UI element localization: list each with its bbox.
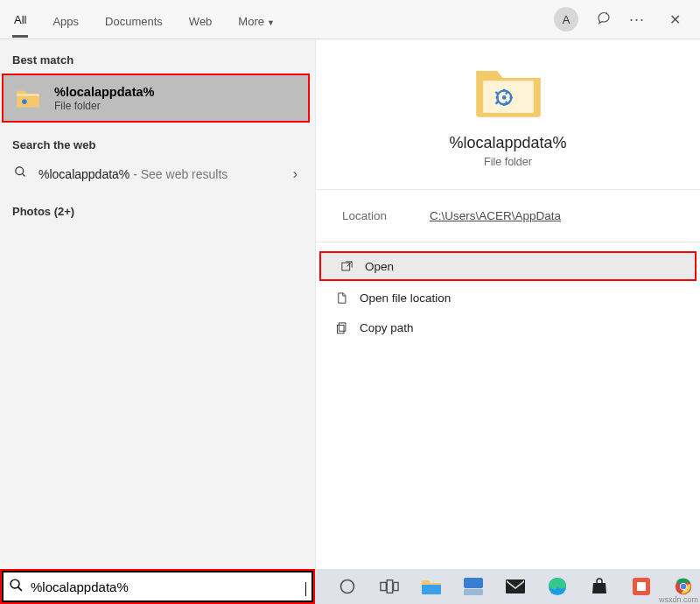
folder-large-icon: [473, 64, 543, 120]
best-match-item[interactable]: %localappdata% File folder: [2, 74, 310, 123]
action-open-file-location[interactable]: Open file location: [316, 283, 700, 313]
svg-point-22: [681, 584, 687, 590]
svg-point-0: [22, 99, 27, 104]
svg-point-4: [501, 95, 506, 100]
folder-icon: [16, 86, 40, 110]
svg-rect-15: [464, 589, 483, 595]
more-options-icon[interactable]: ···: [629, 11, 645, 29]
taskbar-area: [0, 569, 700, 604]
location-value[interactable]: C:\Users\ACER\AppData: [430, 209, 561, 222]
app-icon-2[interactable]: [630, 575, 653, 598]
svg-rect-13: [394, 582, 399, 590]
edge-icon[interactable]: [546, 575, 569, 598]
chevron-down-icon: ▼: [267, 18, 275, 27]
action-copy-path-label: Copy path: [360, 321, 414, 334]
best-match-subtitle: File folder: [54, 100, 154, 112]
svg-line-9: [18, 586, 22, 590]
best-match-title: %localappdata%: [54, 85, 154, 99]
copy-path-icon: [332, 321, 351, 334]
search-tabs-bar: All Apps Documents Web More▼ A ··· ✕: [0, 0, 700, 39]
tab-documents[interactable]: Documents: [103, 3, 164, 37]
tab-all[interactable]: All: [12, 1, 28, 38]
open-icon: [337, 260, 356, 273]
svg-rect-12: [387, 580, 392, 593]
photos-header: Photos (2+): [0, 191, 315, 223]
svg-point-1: [15, 167, 23, 175]
svg-rect-5: [341, 263, 349, 270]
svg-line-2: [22, 173, 24, 176]
svg-point-8: [10, 579, 19, 588]
store-icon[interactable]: [588, 575, 611, 598]
svg-rect-6: [339, 322, 346, 330]
tab-more[interactable]: More▼: [236, 3, 276, 37]
action-open[interactable]: Open: [319, 251, 696, 281]
svg-rect-14: [464, 578, 483, 588]
task-view-icon[interactable]: [378, 575, 401, 598]
watermark: wsxdn.com: [659, 595, 698, 604]
svg-rect-16: [506, 579, 525, 593]
svg-rect-7: [337, 325, 344, 333]
svg-point-10: [341, 580, 354, 593]
text-caret: [305, 582, 306, 596]
action-open-label: Open: [365, 260, 394, 273]
best-match-header: Best match: [0, 39, 315, 72]
location-label: Location: [342, 209, 430, 222]
web-result-query: %localappdata%: [38, 167, 130, 181]
search-icon: [9, 578, 24, 596]
file-explorer-icon[interactable]: [420, 575, 443, 598]
action-copy-path[interactable]: Copy path: [316, 313, 700, 342]
search-icon: [12, 165, 28, 182]
feedback-icon[interactable]: [596, 11, 612, 27]
detail-subtitle: File folder: [484, 156, 532, 168]
tab-apps[interactable]: Apps: [51, 3, 80, 37]
results-pane: Best match %localappdata% File folder Se…: [0, 39, 315, 569]
detail-title: %localappdata%: [449, 134, 566, 152]
search-box[interactable]: [0, 569, 315, 604]
action-open-location-label: Open file location: [360, 291, 451, 305]
search-web-header: Search the web: [0, 124, 315, 157]
cortana-icon[interactable]: [336, 575, 359, 598]
app-icon-1[interactable]: [462, 575, 485, 598]
location-row: Location C:\Users\ACER\AppData: [316, 190, 700, 242]
detail-pane: %localappdata% File folder Location C:\U…: [315, 39, 700, 569]
tab-more-label: More: [238, 15, 264, 28]
web-result-item[interactable]: %localappdata% - See web results ›: [0, 157, 315, 191]
svg-rect-19: [637, 582, 646, 591]
tab-web[interactable]: Web: [187, 3, 214, 37]
taskbar: [315, 569, 700, 604]
mail-icon[interactable]: [504, 575, 527, 598]
web-result-suffix: - See web results: [130, 167, 228, 181]
chevron-right-icon: ›: [293, 166, 298, 182]
close-button[interactable]: ✕: [662, 8, 688, 32]
avatar[interactable]: A: [554, 7, 578, 32]
search-input[interactable]: [31, 579, 305, 594]
svg-rect-11: [381, 582, 386, 590]
open-file-location-icon: [332, 291, 351, 305]
